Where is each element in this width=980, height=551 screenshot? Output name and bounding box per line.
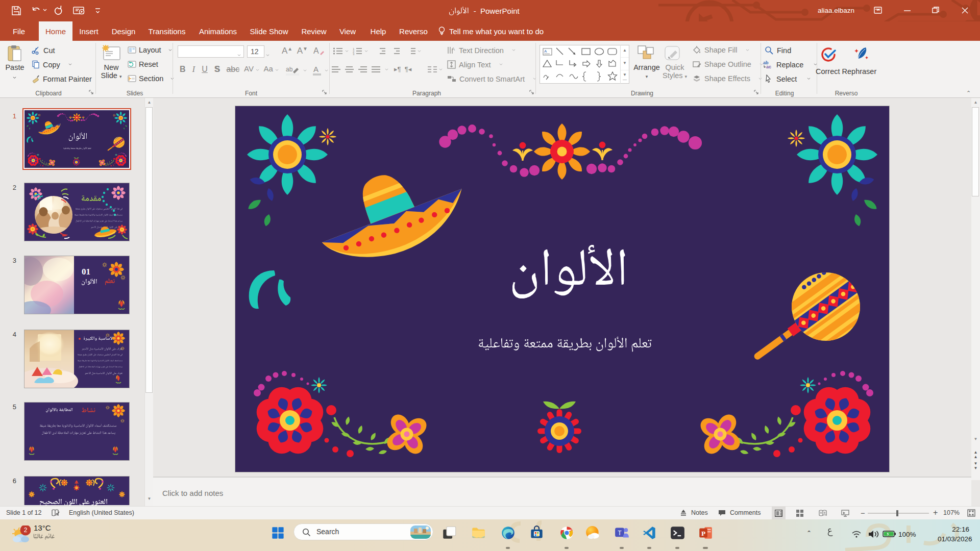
svg-text:A: A — [452, 46, 455, 52]
svg-text:P: P — [701, 530, 705, 537]
svg-text:ab: ab — [286, 66, 293, 73]
svg-text:01: 01 — [82, 267, 90, 277]
svg-text:A: A — [544, 49, 547, 54]
svg-text:A: A — [313, 46, 319, 55]
svg-text:3: 3 — [353, 53, 355, 56]
svg-text:T: T — [618, 530, 622, 537]
svg-text:A: A — [313, 65, 318, 73]
svg-text:2: 2 — [24, 527, 28, 534]
svg-text:ac: ac — [766, 64, 771, 69]
